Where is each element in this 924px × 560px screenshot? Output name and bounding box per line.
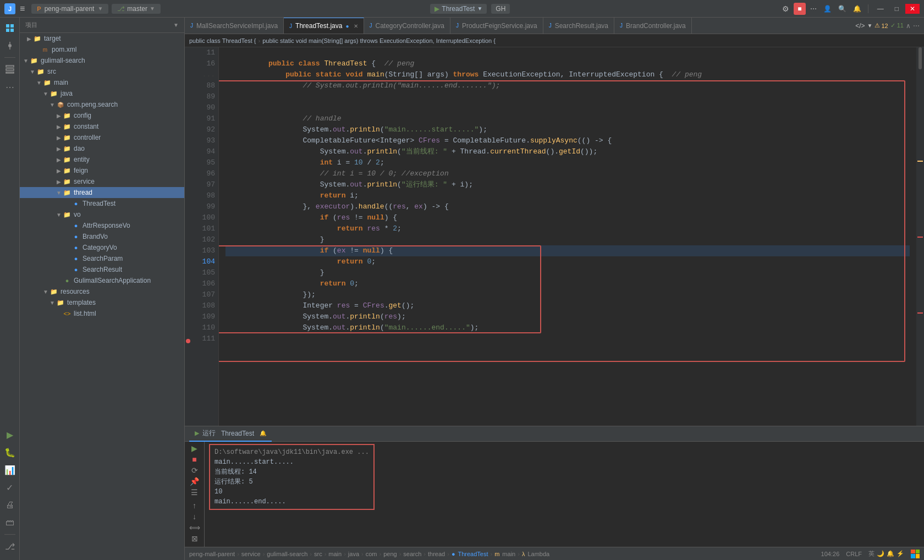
run-stop-btn[interactable]: ■	[188, 455, 201, 464]
bc-lambda-icon: λ	[522, 551, 525, 557]
folder-icon-feign: 📁	[63, 166, 72, 175]
bc-service[interactable]: service	[241, 551, 261, 557]
settings-icon[interactable]: ⚙	[780, 2, 791, 15]
sidebar-item-thread[interactable]: ▼ 📁 thread	[20, 187, 184, 198]
sidebar-item-categoryvo[interactable]: ● CategoryVo	[20, 242, 184, 253]
sidebar-item-dao[interactable]: ▶ 📁 dao	[20, 143, 184, 154]
xml-icon-pom: m	[41, 45, 50, 54]
database-icon[interactable]: 🗃	[2, 514, 18, 531]
titlebar-right: ⚙ ■ ⋯ 👤 🔍 🔔 — □ ✕	[780, 2, 920, 15]
debug-icon[interactable]: 🐛	[2, 444, 18, 460]
tab-close-threadtest[interactable]: ✕	[354, 23, 358, 29]
commit-icon[interactable]	[2, 37, 18, 54]
run-icon-left[interactable]: ▶	[2, 426, 18, 443]
run-settings-btn[interactable]: ☰	[188, 488, 201, 497]
arrow-main: ▼	[35, 80, 43, 86]
tab-brand[interactable]: J BrandController.java	[614, 18, 692, 34]
run-restart-btn[interactable]: ▶	[188, 444, 201, 453]
bc-lambda[interactable]: λ Lambda	[522, 551, 549, 557]
sidebar-tree: ▶ 📁 target m pom.xml ▼ 📁 gulimall-search	[20, 33, 184, 560]
bc-src[interactable]: src	[314, 551, 322, 557]
run-config[interactable]: ▶ ThreadTest ▼	[430, 4, 487, 14]
sidebar-item-pom[interactable]: m pom.xml	[20, 44, 184, 55]
bc-threadtest[interactable]: ● ThreadTest	[452, 551, 488, 557]
sidebar-item-feign[interactable]: ▶ 📁 feign	[20, 165, 184, 176]
sidebar-item-service[interactable]: ▶ 📁 service	[20, 176, 184, 187]
sidebar-item-config[interactable]: ▶ 📁 config	[20, 110, 184, 121]
more-tools-icon[interactable]: ⋯	[2, 79, 18, 95]
project-view-icon[interactable]	[2, 20, 18, 36]
account-icon[interactable]: 👤	[821, 3, 834, 15]
run-down-btn[interactable]: ↓	[188, 512, 201, 521]
profile-icon[interactable]: 📊	[2, 462, 18, 478]
sidebar-item-package[interactable]: ▼ 📦 com.peng.search	[20, 99, 184, 110]
tab-category[interactable]: J CategoryController.java	[364, 18, 450, 34]
run-up-btn[interactable]: ↑	[188, 501, 201, 510]
run-rerun-btn[interactable]: ⟳	[188, 466, 201, 475]
branch-tab[interactable]: ⎇ master ▼	[112, 4, 161, 14]
bc-thread[interactable]: thread	[428, 551, 445, 557]
sidebar-item-gulimall[interactable]: ▼ 📁 gulimall-search	[20, 55, 184, 66]
sidebar-item-vo[interactable]: ▼ 📁 vo	[20, 209, 184, 220]
copilot-btn[interactable]: GH	[491, 4, 510, 14]
tab-threadtest[interactable]: J ThreadTest.java ● ✕	[284, 18, 364, 34]
print-icon[interactable]: 🖨	[2, 497, 18, 513]
global-search-icon[interactable]: 🔍	[836, 3, 849, 15]
bc-java[interactable]: java	[348, 551, 359, 557]
svg-rect-1	[10, 24, 14, 28]
sidebar-item-java[interactable]: ▼ 📁 java	[20, 88, 184, 99]
more-icon[interactable]: ⋯	[808, 3, 819, 15]
sidebar-item-searchresult[interactable]: ● SearchResult	[20, 264, 184, 275]
maximize-btn[interactable]: □	[890, 4, 903, 14]
sidebar-item-brandvo[interactable]: ● BrandVo	[20, 231, 184, 242]
bc-main[interactable]: main	[328, 551, 342, 557]
minimize-btn[interactable]: —	[873, 4, 888, 14]
tab-searchresult-editor[interactable]: J SearchResult.java	[543, 18, 614, 34]
close-btn[interactable]: ✕	[905, 4, 920, 14]
tab-icon-mallsearch: J	[190, 23, 193, 29]
tab-mallsearch[interactable]: J MallSearchServiceImpl.java	[185, 18, 284, 34]
html-icon-list: <>	[63, 309, 72, 318]
sidebar-item-app[interactable]: ● GulimallSearchApplication	[20, 275, 184, 286]
bottom-tab-run[interactable]: ▶ 运行 ThreadTest 🔔	[189, 426, 272, 442]
run-wrap-btn[interactable]: ⟺	[188, 523, 201, 532]
run-pin-btn[interactable]: 📌	[188, 477, 201, 486]
sidebar-item-controller[interactable]: ▶ 📁 controller	[20, 132, 184, 143]
folder-icon-resources: 📁	[50, 287, 58, 296]
notification-icon[interactable]: 🔔	[851, 3, 864, 15]
sidebar-item-resources[interactable]: ▼ 📁 resources	[20, 286, 184, 297]
sidebar-item-listhtml[interactable]: <> list.html	[20, 308, 184, 319]
bc-mainmethod[interactable]: m main	[494, 551, 515, 557]
bc-gulimall[interactable]: gulimall-search	[267, 551, 307, 557]
scrollbar-thumb[interactable]	[919, 47, 922, 69]
menu-icon[interactable]: ≡	[20, 4, 25, 14]
bc-peng[interactable]: peng	[383, 551, 397, 557]
code-editor[interactable]: public class ThreadTest { // peng public…	[219, 47, 916, 426]
sidebar-item-target[interactable]: ▶ 📁 target	[20, 33, 184, 44]
sidebar-item-constant[interactable]: ▶ 📁 constant	[20, 121, 184, 132]
bc-project[interactable]: peng-mall-parent	[189, 551, 235, 557]
structure-icon[interactable]	[2, 61, 18, 78]
todo-icon[interactable]: ✓	[2, 479, 18, 496]
line-num-100: 100	[195, 212, 215, 223]
git-icon[interactable]: ⎇	[2, 538, 18, 554]
copilot-icon: GH	[496, 5, 505, 13]
sidebar-item-src[interactable]: ▼ 📁 src	[20, 66, 184, 77]
sidebar-item-main[interactable]: ▼ 📁 main	[20, 77, 184, 88]
project-tab[interactable]: P peng-mall-parent ▼	[31, 4, 108, 14]
tab-icon-searchresult: J	[549, 23, 552, 29]
sidebar-item-threadtest[interactable]: ● ThreadTest	[20, 198, 184, 209]
tab-productfeign[interactable]: J ProductFeignService.java	[450, 18, 543, 34]
run-clear-btn[interactable]: ⊠	[188, 534, 201, 543]
bc-search[interactable]: search	[403, 551, 421, 557]
bottom-tab-bar: ▶ 运行 ThreadTest 🔔	[185, 426, 924, 442]
arrow-dao: ▶	[55, 146, 63, 152]
sidebar-item-templates[interactable]: ▼ 📁 templates	[20, 297, 184, 308]
sidebar-item-entity[interactable]: ▶ 📁 entity	[20, 154, 184, 165]
sidebar-item-attrvo[interactable]: ● AttrResponseVo	[20, 220, 184, 231]
stop-btn[interactable]: ■	[794, 3, 806, 15]
sidebar-item-searchparam[interactable]: ● SearchParam	[20, 253, 184, 264]
java-folder-icon: 📁	[50, 89, 58, 98]
bc-com[interactable]: com	[366, 551, 377, 557]
right-gutter-scrollbar[interactable]	[916, 47, 924, 426]
